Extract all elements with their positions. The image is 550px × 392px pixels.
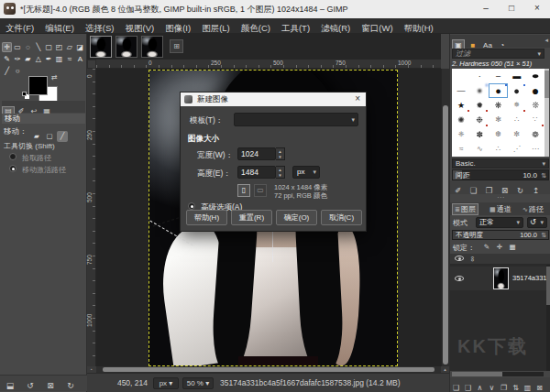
brush-item[interactable] <box>452 69 470 83</box>
link-icon[interactable]: ∞ <box>468 256 477 262</box>
help-button[interactable]: 帮助(H) <box>186 210 227 225</box>
visibility-eye-icon[interactable] <box>455 256 464 261</box>
pick-path-radio[interactable] <box>9 153 16 160</box>
mode-dropdown[interactable]: 正常 ▾ <box>476 217 523 228</box>
layer-visibility-eye-icon[interactable] <box>455 276 464 281</box>
height-spinner[interactable]: ▴ ▾ <box>276 166 285 179</box>
ok-button[interactable]: 确定(O) <box>276 210 317 225</box>
dialog-title-bar[interactable]: 新建图像 × <box>181 93 366 106</box>
unit-dropdown[interactable]: px ▾ <box>153 377 179 389</box>
foreground-color-swatch[interactable] <box>28 76 48 95</box>
reset-button[interactable]: 重置(R) <box>231 210 272 225</box>
duplicate-layer-button[interactable]: ❐ <box>498 381 510 392</box>
lock-pixels-toggle[interactable]: ✎ <box>481 242 492 253</box>
move-path-mode-icon[interactable]: ╱ <box>57 131 68 142</box>
maximize-button[interactable]: □ <box>499 0 524 18</box>
template-dropdown[interactable]: ▾ <box>234 113 358 126</box>
horizontal-scrollbar-thumb[interactable] <box>103 367 434 372</box>
paths-tool-icon[interactable]: ╱ <box>2 66 12 76</box>
dock-separator-handle[interactable]: ⋯ <box>450 195 550 201</box>
brush-item[interactable]: ● <box>508 83 526 98</box>
brush-item[interactable]: ❁ <box>526 127 544 142</box>
cancel-button[interactable]: 取消(C) <box>321 210 362 225</box>
tab-channels[interactable]: ▦通道 <box>487 203 514 215</box>
brush-item[interactable]: ❆ <box>489 127 507 142</box>
tab-paths[interactable]: ∿路径 <box>520 203 546 215</box>
opacity-slider[interactable]: 不透明度 100.0 ⇅ <box>452 230 549 240</box>
brush-item[interactable]: ● <box>489 83 507 98</box>
layers-hscrollbar-thumb[interactable] <box>452 372 502 376</box>
orientation-portrait-button[interactable]: ▯ <box>237 184 250 197</box>
mode-switch-button[interactable]: ↺ ▾ <box>527 217 547 228</box>
brush-item[interactable]: ∴ <box>489 142 507 157</box>
brush-filter-field[interactable]: 过滤 ▾ <box>452 49 544 59</box>
new-layer-button[interactable]: ❏ <box>450 381 462 392</box>
zoom-dropdown[interactable]: 50 % ▾ <box>182 377 214 389</box>
reset-colors-icon[interactable] <box>22 92 27 96</box>
brush-item[interactable]: ✼ <box>508 127 526 142</box>
spin-updown-icon[interactable]: ⇅ <box>541 231 546 240</box>
width-input[interactable]: 1024 <box>237 147 276 160</box>
image-tabs-menu-button[interactable]: ⊞ <box>170 39 183 53</box>
swap-colors-icon[interactable]: ⇄ <box>51 73 58 82</box>
brush-item[interactable]: ❊ <box>526 98 544 113</box>
layer-list-scrollbar[interactable] <box>546 265 550 371</box>
brush-spacing-slider[interactable]: 间距 10.0 ⇅ <box>452 169 549 180</box>
image-tab[interactable] <box>141 36 163 58</box>
anchor-layer-button[interactable]: ⇅ <box>510 381 522 392</box>
advanced-options-expander-icon[interactable] <box>188 202 195 210</box>
brush-grid-scrollbar[interactable] <box>544 69 549 157</box>
restore-tool-preset-button[interactable]: ↺ <box>20 378 40 392</box>
navigation-button[interactable]: ▴ <box>441 366 449 373</box>
delete-tool-preset-button[interactable]: ⊠ <box>40 378 60 392</box>
brush-scrollbar-thumb[interactable] <box>544 71 549 98</box>
delete-layer-button[interactable]: ⊠ <box>534 381 545 392</box>
raise-layer-button[interactable]: ∧ <box>474 381 486 392</box>
minimize-button[interactable]: – <box>473 0 499 18</box>
lower-layer-button[interactable]: ∨ <box>486 381 498 392</box>
image-tab[interactable] <box>90 36 112 58</box>
brush-item[interactable]: ∿ <box>470 142 489 157</box>
brush-item[interactable]: – <box>489 69 507 83</box>
brush-item[interactable]: — <box>452 83 470 98</box>
dialog-close-icon[interactable]: × <box>355 93 360 105</box>
brush-item[interactable]: ★ <box>452 98 470 113</box>
quick-mask-toggle[interactable]: ▪ <box>87 366 96 373</box>
merge-layer-button[interactable]: ▥ <box>522 381 534 392</box>
unit-dropdown[interactable]: px ▾ <box>292 166 320 179</box>
move-active-path-radio[interactable] <box>9 165 16 172</box>
collapse-dock-icon[interactable]: ◂ <box>544 37 548 44</box>
brush-item[interactable]: · <box>470 69 489 83</box>
height-input[interactable]: 1484 <box>237 166 276 179</box>
brush-item[interactable]: ⋯ <box>526 142 544 157</box>
vertical-scrollbar-thumb[interactable] <box>443 105 448 365</box>
brush-item[interactable]: ≈ <box>452 142 470 157</box>
lock-position-toggle[interactable]: ✛ <box>494 242 505 253</box>
save-tool-preset-button[interactable]: ⬓ <box>0 378 20 392</box>
brush-item[interactable]: ● <box>470 83 489 98</box>
canvas-horizontal-scrollbar[interactable] <box>96 366 441 373</box>
canvas-vertical-scrollbar[interactable] <box>441 69 449 366</box>
brush-item[interactable]: ∵ <box>526 113 544 127</box>
brush-item[interactable]: ∴ <box>508 113 526 127</box>
brush-item[interactable]: ❉ <box>470 113 489 127</box>
ruler-corner-button[interactable] <box>87 60 96 69</box>
brush-item[interactable]: ✻ <box>489 113 507 127</box>
new-layer-group-button[interactable]: ❑ <box>462 381 474 392</box>
brush-item[interactable]: ✵ <box>508 98 526 113</box>
orientation-landscape-button[interactable]: ▭ <box>254 184 267 197</box>
brush-item[interactable]: ✹ <box>470 98 489 113</box>
layers-horizontal-scrollbar[interactable] <box>452 372 544 376</box>
brush-tag-dropdown[interactable]: Basic. ▾ <box>452 158 549 169</box>
tab-layers[interactable]: ≣图层 <box>452 203 478 215</box>
close-button[interactable]: × <box>524 0 550 18</box>
brush-item[interactable]: ❈ <box>452 127 470 142</box>
brush-item[interactable]: ❋ <box>489 98 507 113</box>
zoom-tool-icon[interactable]: ○ <box>13 66 23 76</box>
brush-item[interactable]: ✽ <box>470 127 489 142</box>
brush-item[interactable]: ● <box>526 83 544 98</box>
width-spinner[interactable]: ▴ ▾ <box>276 147 285 160</box>
lock-alpha-toggle[interactable]: ▦ <box>507 242 518 253</box>
layer-name[interactable]: 35174a331bc4a <box>512 274 550 282</box>
reset-tool-options-button[interactable]: ↻ <box>60 378 81 392</box>
